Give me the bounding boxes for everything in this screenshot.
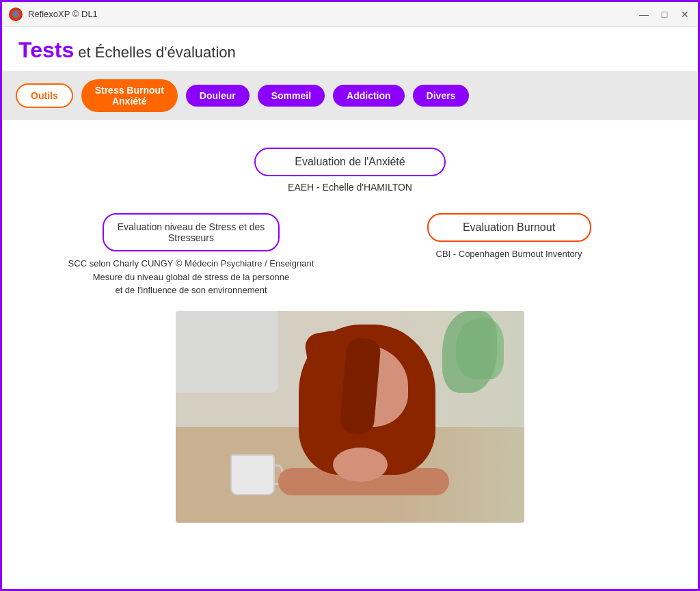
content-area: Tests et Échelles d'évaluation Outils St… <box>2 27 698 589</box>
nav-sommeil[interactable]: Sommeil <box>258 85 325 107</box>
stress-desc-line1: SCC selon Charly CUNGY © Médecin Psychia… <box>68 257 314 271</box>
title-tests: Tests <box>18 38 74 62</box>
maximize-button[interactable]: □ <box>658 8 671 20</box>
titlebar-title: ReflexoXP © DL1 <box>28 9 98 19</box>
two-col-section: Evaluation niveau de Stress et des Stres… <box>42 213 658 297</box>
burnout-button[interactable]: Evaluation Burnout <box>427 213 591 242</box>
stress-desc: SCC selon Charly CUNGY © Médecin Psychia… <box>68 257 314 297</box>
minimize-button[interactable]: — <box>638 8 650 20</box>
stress-desc-line2: Mesure du niveau global de stress de la … <box>68 271 314 284</box>
burnout-subtitle: CBI - Copenhagen Burnout Inventory <box>436 247 582 261</box>
window-light <box>176 311 278 393</box>
nav-douleur[interactable]: Douleur <box>186 85 250 107</box>
nav-outils[interactable]: Outils <box>16 83 73 108</box>
page-title: Tests et Échelles d'évaluation <box>18 38 682 63</box>
close-button[interactable]: ✕ <box>679 8 691 20</box>
header: Tests et Échelles d'évaluation <box>2 27 698 71</box>
anxiety-button[interactable]: Evaluation de l'Anxiété <box>254 148 446 176</box>
navbar: Outils Stress BurnoutAnxiété Douleur Som… <box>2 71 698 120</box>
titlebar: 🌀 ReflexoXP © DL1 — □ ✕ <box>2 2 698 27</box>
main-content: Evaluation de l'Anxiété EAEH - Echelle d… <box>2 120 698 589</box>
title-rest: et Échelles d'évaluation <box>74 44 236 61</box>
burnout-col: Evaluation Burnout CBI - Copenhagen Burn… <box>360 213 658 261</box>
hands <box>333 448 388 482</box>
mug <box>230 454 275 495</box>
nav-stress-burnout[interactable]: Stress BurnoutAnxiété <box>81 79 178 112</box>
titlebar-left: 🌀 ReflexoXP © DL1 <box>9 8 98 21</box>
plant-right <box>442 311 497 393</box>
stress-desc-line3: et de l'influence de son environnement <box>68 284 314 297</box>
anxiety-subtitle: EAEH - Echelle d'HAMILTON <box>288 182 412 193</box>
app-window: 🌀 ReflexoXP © DL1 — □ ✕ Tests et Échelle… <box>0 0 700 591</box>
burnout-image <box>176 311 524 523</box>
nav-addiction[interactable]: Addiction <box>333 85 405 107</box>
stress-col: Evaluation niveau de Stress et des Stres… <box>42 213 340 297</box>
anxiety-section: Evaluation de l'Anxiété EAEH - Echelle d… <box>254 148 446 193</box>
titlebar-controls: — □ ✕ <box>638 8 691 20</box>
stress-btn-line2: Stresseurs <box>168 232 214 243</box>
nav-divers[interactable]: Divers <box>413 85 470 107</box>
stress-button[interactable]: Evaluation niveau de Stress et des Stres… <box>103 213 280 251</box>
stress-btn-line1: Evaluation niveau de Stress et des <box>118 221 265 232</box>
app-icon: 🌀 <box>9 8 23 21</box>
